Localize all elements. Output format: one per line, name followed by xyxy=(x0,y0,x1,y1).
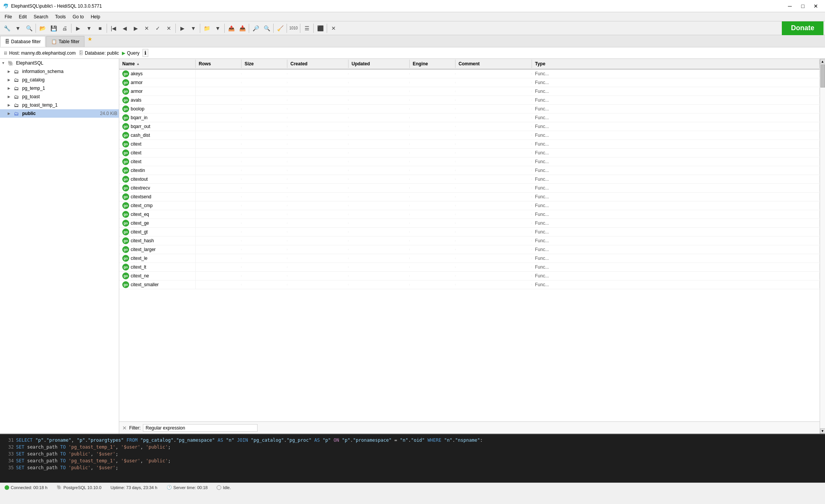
x-btn[interactable]: ✕ xyxy=(328,23,339,34)
cell-updated xyxy=(348,266,410,268)
sql-keyword: FROM xyxy=(126,438,140,443)
col-comment[interactable]: Comment xyxy=(455,60,532,68)
search2-btn[interactable]: 🔎 xyxy=(250,23,261,34)
export-btn[interactable]: 📤 xyxy=(226,23,237,34)
play-dropdown[interactable]: ▼ xyxy=(188,23,199,34)
print-btn[interactable]: 🖨 xyxy=(59,23,70,34)
table-row[interactable]: go boolop Func... xyxy=(119,105,820,113)
save-btn[interactable]: 💾 xyxy=(48,23,59,34)
dropdown-btn[interactable]: ▼ xyxy=(13,23,23,34)
tree-root-elephantsql[interactable]: ▼ 🐘 ElephantSQL xyxy=(0,59,119,67)
filter-clear-btn[interactable]: ✕ xyxy=(122,425,127,431)
table-row[interactable]: go bqarr_out Func... xyxy=(119,122,820,131)
table-row[interactable]: go citext Func... xyxy=(119,140,820,149)
cell-size xyxy=(242,214,287,215)
tab-database-filter[interactable]: 🗄 Database filter xyxy=(0,36,45,47)
table-row[interactable]: go citext_larger Func... xyxy=(119,245,820,254)
col-created[interactable]: Created xyxy=(287,60,348,68)
table-row[interactable]: go citext_gt Func... xyxy=(119,228,820,237)
table-row[interactable]: go citext Func... xyxy=(119,149,820,157)
table-row[interactable]: go bqarr_in Func... xyxy=(119,113,820,122)
nav-cancel[interactable]: ✕ xyxy=(141,23,152,34)
menu-file[interactable]: File xyxy=(2,13,15,20)
col-engine[interactable]: Engine xyxy=(410,60,455,68)
filter-input[interactable] xyxy=(143,424,258,432)
folder-btn[interactable]: 📁 xyxy=(201,23,212,34)
tab-table-filter[interactable]: 📋 Table filter xyxy=(46,36,84,47)
nav-next[interactable]: ▶ xyxy=(130,23,141,34)
func-icon: go xyxy=(122,97,129,104)
table-row[interactable]: go akeys Func... xyxy=(119,70,820,78)
nav-check[interactable]: ✓ xyxy=(152,23,163,34)
sql-string: '$user' xyxy=(96,451,116,457)
close-button[interactable]: ✕ xyxy=(810,1,822,11)
sidebar-item-public[interactable]: ▶ 🗂 public 24.0 KiB xyxy=(0,109,119,118)
open-btn[interactable]: 📂 xyxy=(37,23,48,34)
search3-btn[interactable]: 🔍 xyxy=(261,23,272,34)
scroll-thumb[interactable] xyxy=(820,65,825,88)
table-row[interactable]: go citextrecv Func... xyxy=(119,184,820,193)
folder-dropdown[interactable]: ▼ xyxy=(212,23,223,34)
favorite-star[interactable]: ★ xyxy=(85,36,95,47)
clear-btn[interactable]: 🧹 xyxy=(275,23,285,34)
menu-tools[interactable]: Tools xyxy=(52,13,69,20)
menu-goto[interactable]: Go to xyxy=(70,13,87,20)
cell-comment xyxy=(455,108,532,110)
binary-btn[interactable]: 1010 xyxy=(288,23,299,34)
table-row[interactable]: go citext_cmp Func... xyxy=(119,201,820,210)
table-row[interactable]: go citext_hash Func... xyxy=(119,237,820,245)
nav-x2[interactable]: ✕ xyxy=(164,23,174,34)
menu-edit[interactable]: Edit xyxy=(16,13,30,20)
new-btn[interactable]: 🔧 xyxy=(2,23,12,34)
table-row[interactable]: go citext_smaller Func... xyxy=(119,280,820,289)
menu-search[interactable]: Search xyxy=(31,13,51,20)
table-row[interactable]: go armor Func... xyxy=(119,78,820,87)
cell-size xyxy=(242,91,287,92)
donate-button[interactable]: Donate xyxy=(782,21,823,35)
func-icon: go xyxy=(122,281,129,288)
scroll-down-btn[interactable]: ▼ xyxy=(820,428,825,434)
minimize-button[interactable]: ─ xyxy=(784,1,796,11)
col-rows[interactable]: Rows xyxy=(196,60,242,68)
nav-first[interactable]: |◀ xyxy=(108,23,119,34)
table-row[interactable]: go citext_ne Func... xyxy=(119,272,820,280)
find-btn[interactable]: 🔍 xyxy=(24,23,34,34)
scroll-up-btn[interactable]: ▲ xyxy=(820,59,825,64)
play-btn[interactable]: ▶ xyxy=(177,23,188,34)
table-row[interactable]: go citext_eq Func... xyxy=(119,210,820,219)
table-row[interactable]: go citext Func... xyxy=(119,157,820,166)
table-row[interactable]: go citextin Func... xyxy=(119,166,820,175)
table-row[interactable]: go citext_lt Func... xyxy=(119,263,820,272)
table-row[interactable]: go cash_dist Func... xyxy=(119,131,820,140)
import-btn[interactable]: 📥 xyxy=(237,23,248,34)
sidebar-item-pg-toast-temp-1[interactable]: ▶ 🗂 pg_toast_temp_1 xyxy=(0,101,119,109)
scroll-track[interactable] xyxy=(820,64,825,428)
row-name: citext xyxy=(131,159,141,164)
menu-help[interactable]: Help xyxy=(88,13,103,20)
sidebar-item-pg-catalog[interactable]: ▶ 🗂 pg_catalog xyxy=(0,76,119,84)
col-name-label: Name xyxy=(122,61,135,66)
table-row[interactable]: go citext_ge Func... xyxy=(119,219,820,228)
col-updated[interactable]: Updated xyxy=(348,60,410,68)
table-row[interactable]: go avals Func... xyxy=(119,96,820,105)
table-row[interactable]: go citext_le Func... xyxy=(119,254,820,263)
col-type[interactable]: Type xyxy=(532,60,820,68)
sidebar-item-information-schema[interactable]: ▶ 🗂 information_schema xyxy=(0,67,119,76)
col-name[interactable]: Name ▲ xyxy=(119,60,196,68)
sidebar-item-pg-temp-1[interactable]: ▶ 🗂 pg_temp_1 xyxy=(0,84,119,92)
sql-keyword: WHERE xyxy=(428,438,444,443)
nav-prev[interactable]: ◀ xyxy=(119,23,130,34)
maximize-button[interactable]: □ xyxy=(797,1,809,11)
stop-btn[interactable]: ■ xyxy=(95,23,105,34)
query-item[interactable]: ▶ Query xyxy=(122,50,139,56)
sidebar-item-pg-toast[interactable]: ▶ 🗂 pg_toast xyxy=(0,92,119,101)
run-dropdown[interactable]: ▼ xyxy=(84,23,94,34)
list-btn[interactable]: ☰ xyxy=(301,23,312,34)
col-size[interactable]: Size xyxy=(242,60,287,68)
table-row[interactable]: go citextout Func... xyxy=(119,175,820,184)
run-btn[interactable]: ▶ xyxy=(73,23,83,34)
table-row[interactable]: go armor Func... xyxy=(119,87,820,96)
stop2-btn[interactable]: ⬛ xyxy=(315,23,326,34)
query-info-btn[interactable]: ℹ xyxy=(143,49,148,57)
table-row[interactable]: go citextsend Func... xyxy=(119,193,820,201)
